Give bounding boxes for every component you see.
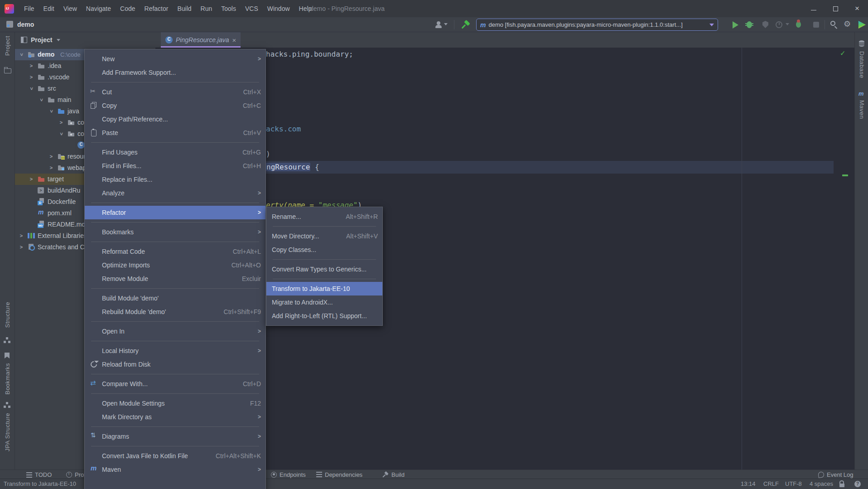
menu-vcs[interactable]: VCS xyxy=(241,0,263,17)
line-separator[interactable]: CRLF xyxy=(763,479,779,489)
indent-setting[interactable]: 4 spaces xyxy=(810,479,833,489)
menu-item-copy[interactable]: CopyCtrl+C xyxy=(85,99,265,112)
menu-file[interactable]: File xyxy=(19,0,39,17)
menu-item-add-framework-support[interactable]: Add Framework Support... xyxy=(85,66,265,79)
menu-item-find-in-files[interactable]: Find in Files...Ctrl+H xyxy=(85,159,265,173)
run-configuration-select[interactable]: m demo [fish.payara.maven.plugins:payara… xyxy=(476,19,718,31)
tool-button-jpa-structure[interactable]: JPA Structure xyxy=(4,413,11,451)
database-icon[interactable] xyxy=(859,40,864,47)
menu-window[interactable]: Window xyxy=(263,0,294,17)
folder-icon[interactable] xyxy=(4,66,11,73)
tab-pingresource[interactable]: PingResource.java × xyxy=(161,32,241,48)
caret-position[interactable]: 13:14 xyxy=(741,479,756,489)
run-button[interactable] xyxy=(733,21,738,29)
navbar-project[interactable]: demo xyxy=(17,17,34,32)
tool-button-database[interactable]: Database xyxy=(858,51,865,78)
chevron-icon[interactable] xyxy=(48,151,54,162)
menu-item-reload-from-disk[interactable]: Reload from Disk xyxy=(85,358,265,371)
debug-button[interactable] xyxy=(747,21,752,28)
user-dropdown-icon[interactable] xyxy=(444,23,448,25)
menu-item-copy-classes[interactable]: Copy Classes... xyxy=(266,243,382,257)
menu-code[interactable]: Code xyxy=(116,0,140,17)
menu-item-open-module-settings[interactable]: Open Module SettingsF12 xyxy=(85,397,265,410)
menu-item-optimize-imports[interactable]: Optimize ImportsCtrl+Alt+O xyxy=(85,258,265,272)
maven-icon[interactable]: m xyxy=(858,90,864,97)
tool-button-bookmarks[interactable]: Bookmarks xyxy=(4,363,11,395)
jpa-structure-icon[interactable] xyxy=(4,402,11,409)
tool-button-maven[interactable]: Maven xyxy=(858,100,865,119)
unlock-icon[interactable] xyxy=(839,482,845,487)
menu-item-convert-java-to-kotlin[interactable]: Convert Java File to Kotlin FileCtrl+Alt… xyxy=(85,449,265,463)
menu-item-diagrams[interactable]: Diagrams> xyxy=(85,430,265,443)
minimize-button[interactable] xyxy=(803,0,825,17)
attach-debugger-button[interactable] xyxy=(796,21,801,28)
menu-item-new[interactable]: New> xyxy=(85,52,265,66)
menu-edit[interactable]: Edit xyxy=(39,0,59,17)
chevron-icon[interactable] xyxy=(58,117,64,128)
chevron-icon[interactable] xyxy=(29,174,34,185)
menu-item-mark-directory-as[interactable]: Mark Directory as> xyxy=(85,410,265,424)
close-button[interactable]: × xyxy=(846,0,868,17)
file-encoding[interactable]: UTF-8 xyxy=(785,479,802,489)
help-gear-icon[interactable] xyxy=(854,481,861,487)
menu-item-convert-raw-types[interactable]: Convert Raw Types to Generics... xyxy=(266,262,382,276)
chevron-icon[interactable] xyxy=(48,162,54,174)
tool-button-endpoints[interactable]: Endpoints xyxy=(271,470,306,479)
ide-plugin-icon[interactable] xyxy=(858,21,866,29)
project-panel-header[interactable]: Project xyxy=(15,32,155,48)
chevron-icon[interactable] xyxy=(19,242,24,253)
menu-item-remove-module[interactable]: Remove ModuleExcluir xyxy=(85,272,265,286)
chevron-down-icon xyxy=(709,24,714,26)
menu-item-replace-in-files[interactable]: Replace in Files... xyxy=(85,173,265,186)
chevron-icon[interactable] xyxy=(16,52,27,58)
chevron-icon[interactable] xyxy=(36,97,47,103)
menu-navigate[interactable]: Navigate xyxy=(82,0,116,17)
tool-button-structure[interactable]: Structure xyxy=(4,302,11,328)
menu-item-paste[interactable]: PasteCtrl+V xyxy=(85,126,265,140)
menu-item-rename[interactable]: Rename...Alt+Shift+R xyxy=(266,210,382,223)
chevron-icon[interactable] xyxy=(46,109,57,114)
menu-tools[interactable]: Tools xyxy=(217,0,241,17)
script-file-icon xyxy=(38,187,44,194)
bookmark-icon[interactable] xyxy=(5,353,10,358)
structure-icon[interactable] xyxy=(4,337,11,344)
menu-item-compare-with[interactable]: Compare With...Ctrl+D xyxy=(85,377,265,391)
chevron-icon[interactable] xyxy=(29,60,34,72)
menu-item-migrate-to-androidx[interactable]: Migrate to AndroidX... xyxy=(266,295,382,309)
menu-refactor[interactable]: Refactor xyxy=(140,0,173,17)
tool-button-dependencies[interactable]: Dependencies xyxy=(316,470,362,479)
user-icon[interactable] xyxy=(435,21,442,28)
tool-button-event-log[interactable]: Event Log xyxy=(818,470,854,479)
menu-item-add-rtl-support[interactable]: Add Right-to-Left (RTL) Support... xyxy=(266,309,382,323)
maximize-button[interactable] xyxy=(825,0,846,17)
menu-item-bookmarks[interactable]: Bookmarks> xyxy=(85,225,265,239)
tool-button-build[interactable]: Build xyxy=(383,470,405,479)
menu-item-analyze[interactable]: Analyze> xyxy=(85,186,265,200)
menu-item-reformat-code[interactable]: Reformat CodeCtrl+Alt+L xyxy=(85,245,265,258)
menu-run[interactable]: Run xyxy=(196,0,217,17)
menu-view[interactable]: View xyxy=(59,0,82,17)
tool-button-todo[interactable]: TODO xyxy=(26,470,52,479)
tool-button-project[interactable]: Project xyxy=(4,36,11,56)
menu-item-local-history[interactable]: Local History> xyxy=(85,344,265,358)
inspections-ok-icon[interactable]: ✓ xyxy=(840,48,845,58)
menu-item-transform-to-jakarta-ee-10[interactable]: Transform to Jakarta-EE-10 xyxy=(266,282,382,295)
menu-item-cut[interactable]: CutCtrl+X xyxy=(85,85,265,99)
menu-item-copy-path[interactable]: Copy Path/Reference... xyxy=(85,112,265,126)
search-everywhere-icon[interactable] xyxy=(830,21,835,26)
menu-item-open-in[interactable]: Open In> xyxy=(85,324,265,338)
menu-item-rebuild-module[interactable]: Rebuild Module 'demo'Ctrl+Shift+F9 xyxy=(85,305,265,319)
chevron-icon[interactable] xyxy=(29,72,34,83)
chevron-icon[interactable] xyxy=(19,230,24,242)
menu-item-refactor[interactable]: Refactor> xyxy=(85,206,265,219)
chevron-icon[interactable] xyxy=(56,131,67,137)
menu-item-build-module[interactable]: Build Module 'demo' xyxy=(85,291,265,305)
menu-item-move-directory[interactable]: Move Directory...Alt+Shift+V xyxy=(266,229,382,243)
menu-item-maven[interactable]: Maven> xyxy=(85,463,265,476)
settings-gear-icon[interactable]: ⚙ xyxy=(844,19,851,29)
chevron-icon[interactable] xyxy=(26,86,37,92)
close-tab-icon[interactable]: × xyxy=(232,37,236,44)
menu-build[interactable]: Build xyxy=(173,0,196,17)
build-hammer-icon[interactable] xyxy=(461,20,470,29)
menu-item-find-usages[interactable]: Find UsagesCtrl+G xyxy=(85,145,265,159)
